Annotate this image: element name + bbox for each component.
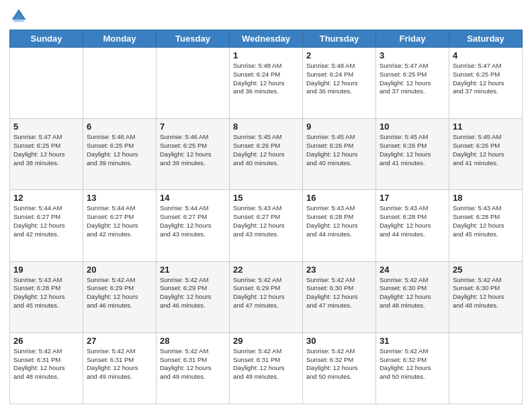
- logo: [9, 7, 30, 26]
- day-number: 25: [453, 265, 519, 275]
- day-number: 26: [13, 336, 79, 346]
- page: SundayMondayTuesdayWednesdayThursdayFrid…: [0, 0, 532, 411]
- day-info: Sunrise: 5:42 AM Sunset: 6:29 PM Dayligh…: [160, 276, 226, 310]
- day-cell: 28Sunrise: 5:42 AM Sunset: 6:31 PM Dayli…: [157, 332, 230, 404]
- day-number: 29: [233, 336, 299, 346]
- day-cell: 26Sunrise: 5:42 AM Sunset: 6:31 PM Dayli…: [10, 332, 83, 404]
- week-row-4: 19Sunrise: 5:43 AM Sunset: 6:28 PM Dayli…: [10, 261, 523, 332]
- day-number: 7: [160, 122, 226, 132]
- calendar-header: SundayMondayTuesdayWednesdayThursdayFrid…: [10, 30, 523, 48]
- day-cell: 21Sunrise: 5:42 AM Sunset: 6:29 PM Dayli…: [157, 261, 230, 332]
- day-cell: 29Sunrise: 5:42 AM Sunset: 6:31 PM Dayli…: [230, 332, 303, 404]
- day-number: 2: [306, 50, 372, 60]
- day-number: 1: [233, 50, 299, 60]
- calendar-body: 1Sunrise: 5:48 AM Sunset: 6:24 PM Daylig…: [10, 48, 523, 404]
- day-info: Sunrise: 5:47 AM Sunset: 6:25 PM Dayligh…: [380, 62, 445, 96]
- day-cell: 5Sunrise: 5:47 AM Sunset: 6:25 PM Daylig…: [10, 119, 83, 190]
- day-cell: 13Sunrise: 5:44 AM Sunset: 6:27 PM Dayli…: [83, 190, 157, 261]
- day-number: 8: [233, 122, 299, 132]
- day-info: Sunrise: 5:43 AM Sunset: 6:28 PM Dayligh…: [453, 204, 519, 238]
- day-cell: 7Sunrise: 5:46 AM Sunset: 6:25 PM Daylig…: [157, 119, 230, 190]
- day-number: 11: [453, 122, 519, 132]
- day-info: Sunrise: 5:43 AM Sunset: 6:27 PM Dayligh…: [233, 204, 299, 238]
- day-number: 12: [13, 193, 79, 203]
- day-number: 19: [13, 265, 79, 275]
- day-cell: 15Sunrise: 5:43 AM Sunset: 6:27 PM Dayli…: [230, 190, 303, 261]
- day-info: Sunrise: 5:42 AM Sunset: 6:31 PM Dayligh…: [160, 347, 226, 381]
- day-cell: 22Sunrise: 5:42 AM Sunset: 6:29 PM Dayli…: [230, 261, 303, 332]
- day-number: 10: [380, 122, 445, 132]
- day-number: 20: [87, 265, 152, 275]
- day-info: Sunrise: 5:44 AM Sunset: 6:27 PM Dayligh…: [13, 204, 79, 238]
- day-cell: 11Sunrise: 5:45 AM Sunset: 6:26 PM Dayli…: [449, 119, 523, 190]
- day-number: 22: [233, 265, 299, 275]
- day-cell: 2Sunrise: 5:48 AM Sunset: 6:24 PM Daylig…: [303, 48, 376, 119]
- day-cell: 30Sunrise: 5:42 AM Sunset: 6:32 PM Dayli…: [303, 332, 376, 404]
- day-info: Sunrise: 5:42 AM Sunset: 6:31 PM Dayligh…: [13, 347, 79, 381]
- day-number: 6: [87, 122, 152, 132]
- day-cell: 10Sunrise: 5:45 AM Sunset: 6:26 PM Dayli…: [376, 119, 449, 190]
- logo-icon: [9, 7, 28, 26]
- day-cell: 3Sunrise: 5:47 AM Sunset: 6:25 PM Daylig…: [376, 48, 449, 119]
- week-row-1: 1Sunrise: 5:48 AM Sunset: 6:24 PM Daylig…: [10, 48, 523, 119]
- day-cell: 17Sunrise: 5:43 AM Sunset: 6:28 PM Dayli…: [376, 190, 449, 261]
- day-info: Sunrise: 5:44 AM Sunset: 6:27 PM Dayligh…: [87, 204, 152, 238]
- day-cell: 23Sunrise: 5:42 AM Sunset: 6:30 PM Dayli…: [303, 261, 376, 332]
- day-info: Sunrise: 5:42 AM Sunset: 6:30 PM Dayligh…: [306, 276, 372, 310]
- week-row-2: 5Sunrise: 5:47 AM Sunset: 6:25 PM Daylig…: [10, 119, 523, 190]
- day-number: 30: [306, 336, 372, 346]
- day-number: 13: [87, 193, 152, 203]
- header: [9, 7, 523, 26]
- day-cell: 16Sunrise: 5:43 AM Sunset: 6:28 PM Dayli…: [303, 190, 376, 261]
- day-cell: 6Sunrise: 5:46 AM Sunset: 6:25 PM Daylig…: [83, 119, 157, 190]
- day-cell: 9Sunrise: 5:45 AM Sunset: 6:26 PM Daylig…: [303, 119, 376, 190]
- day-info: Sunrise: 5:43 AM Sunset: 6:28 PM Dayligh…: [13, 276, 79, 310]
- weekday-header-saturday: Saturday: [449, 30, 523, 48]
- day-cell: 19Sunrise: 5:43 AM Sunset: 6:28 PM Dayli…: [10, 261, 83, 332]
- day-info: Sunrise: 5:48 AM Sunset: 6:24 PM Dayligh…: [233, 62, 299, 96]
- day-info: Sunrise: 5:42 AM Sunset: 6:30 PM Dayligh…: [380, 276, 445, 310]
- day-cell: 24Sunrise: 5:42 AM Sunset: 6:30 PM Dayli…: [376, 261, 449, 332]
- day-cell: [157, 48, 230, 119]
- day-number: 21: [160, 265, 226, 275]
- day-info: Sunrise: 5:42 AM Sunset: 6:29 PM Dayligh…: [233, 276, 299, 310]
- weekday-header-sunday: Sunday: [10, 30, 83, 48]
- day-info: Sunrise: 5:47 AM Sunset: 6:25 PM Dayligh…: [13, 133, 79, 167]
- weekday-header-friday: Friday: [376, 30, 449, 48]
- day-cell: 20Sunrise: 5:42 AM Sunset: 6:29 PM Dayli…: [83, 261, 157, 332]
- weekday-row: SundayMondayTuesdayWednesdayThursdayFrid…: [10, 30, 523, 48]
- day-number: 16: [306, 193, 372, 203]
- day-info: Sunrise: 5:46 AM Sunset: 6:25 PM Dayligh…: [87, 133, 152, 167]
- day-info: Sunrise: 5:43 AM Sunset: 6:28 PM Dayligh…: [380, 204, 445, 238]
- day-info: Sunrise: 5:42 AM Sunset: 6:32 PM Dayligh…: [380, 347, 445, 381]
- weekday-header-monday: Monday: [83, 30, 157, 48]
- day-number: 23: [306, 265, 372, 275]
- weekday-header-thursday: Thursday: [303, 30, 376, 48]
- day-number: 14: [160, 193, 226, 203]
- day-number: 15: [233, 193, 299, 203]
- day-info: Sunrise: 5:42 AM Sunset: 6:29 PM Dayligh…: [87, 276, 152, 310]
- day-info: Sunrise: 5:47 AM Sunset: 6:25 PM Dayligh…: [453, 62, 519, 96]
- week-row-5: 26Sunrise: 5:42 AM Sunset: 6:31 PM Dayli…: [10, 332, 523, 404]
- day-number: 9: [306, 122, 372, 132]
- day-cell: [83, 48, 157, 119]
- day-number: 3: [380, 50, 445, 60]
- day-number: 27: [87, 336, 152, 346]
- day-cell: 25Sunrise: 5:42 AM Sunset: 6:30 PM Dayli…: [449, 261, 523, 332]
- day-cell: 1Sunrise: 5:48 AM Sunset: 6:24 PM Daylig…: [230, 48, 303, 119]
- day-cell: 31Sunrise: 5:42 AM Sunset: 6:32 PM Dayli…: [376, 332, 449, 404]
- day-info: Sunrise: 5:42 AM Sunset: 6:31 PM Dayligh…: [87, 347, 152, 381]
- day-info: Sunrise: 5:44 AM Sunset: 6:27 PM Dayligh…: [160, 204, 226, 238]
- day-cell: 12Sunrise: 5:44 AM Sunset: 6:27 PM Dayli…: [10, 190, 83, 261]
- day-cell: 18Sunrise: 5:43 AM Sunset: 6:28 PM Dayli…: [449, 190, 523, 261]
- day-info: Sunrise: 5:48 AM Sunset: 6:24 PM Dayligh…: [306, 62, 372, 96]
- weekday-header-tuesday: Tuesday: [157, 30, 230, 48]
- day-cell: 4Sunrise: 5:47 AM Sunset: 6:25 PM Daylig…: [449, 48, 523, 119]
- day-info: Sunrise: 5:45 AM Sunset: 6:26 PM Dayligh…: [380, 133, 445, 167]
- day-info: Sunrise: 5:45 AM Sunset: 6:26 PM Dayligh…: [453, 133, 519, 167]
- day-cell: 14Sunrise: 5:44 AM Sunset: 6:27 PM Dayli…: [157, 190, 230, 261]
- week-row-3: 12Sunrise: 5:44 AM Sunset: 6:27 PM Dayli…: [10, 190, 523, 261]
- day-info: Sunrise: 5:43 AM Sunset: 6:28 PM Dayligh…: [306, 204, 372, 238]
- day-info: Sunrise: 5:46 AM Sunset: 6:25 PM Dayligh…: [160, 133, 226, 167]
- day-info: Sunrise: 5:42 AM Sunset: 6:30 PM Dayligh…: [453, 276, 519, 310]
